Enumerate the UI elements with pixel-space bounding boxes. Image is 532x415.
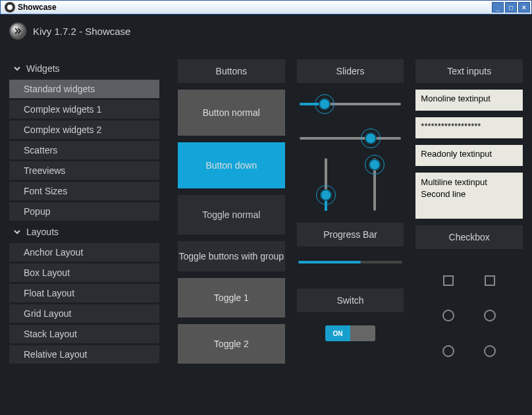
monoline-textinput[interactable]: Monoline textinput [415, 90, 523, 111]
window-title: Showcase [18, 3, 492, 12]
accordion-label: Widgets [26, 63, 60, 74]
radio-1[interactable] [442, 310, 454, 321]
sidebar-item-standard-widgets[interactable]: Standard widgets [9, 80, 159, 98]
accordion-label: Layouts [26, 227, 59, 237]
app-title: Kivy 1.7.2 - Showcase [33, 26, 130, 37]
sidebar-item-popup[interactable]: Popup [9, 202, 159, 221]
progress-bar-header: Progress Bar [297, 223, 404, 246]
app-body: Kivy 1.7.2 - Showcase Widgets Standard w… [0, 14, 532, 415]
sidebar-item-grid-layout[interactable]: Grid Layout [9, 304, 159, 323]
button-down[interactable]: Button down [178, 142, 285, 188]
sidebar: Widgets Standard widgets Complex widgets… [9, 59, 159, 406]
vertical-slider-1[interactable] [325, 158, 327, 211]
checkbox-2[interactable] [485, 275, 495, 286]
maximize-button[interactable]: □ [505, 2, 517, 13]
chevron-down-icon [13, 228, 21, 236]
radio-4[interactable] [484, 345, 496, 357]
sidebar-item-font-sizes[interactable]: Font Sizes [9, 182, 159, 200]
close-button[interactable]: × [518, 2, 530, 13]
vertical-slider-2[interactable] [373, 158, 376, 211]
toggle-1[interactable]: Toggle 1 [178, 278, 285, 318]
sliders-column: Sliders [297, 59, 404, 406]
sidebar-item-box-layout[interactable]: Box Layout [9, 263, 159, 282]
svg-point-0 [7, 5, 13, 10]
switch-header: Switch [297, 289, 404, 312]
checkbox-header: Checkbox [415, 225, 523, 249]
toggle-normal[interactable]: Toggle normal [178, 195, 285, 235]
multiline-textinput[interactable]: Multiline textinput Second line [415, 173, 523, 219]
progress-bar [297, 261, 404, 263]
sidebar-item-treeviews[interactable]: Treeviews [9, 161, 159, 180]
radio-2[interactable] [484, 310, 496, 321]
kivy-logo-icon [9, 22, 26, 40]
sidebar-item-complex-widgets-2[interactable]: Complex widgets 2 [9, 121, 159, 139]
toggle-group-label: Toggle buttons with group [178, 241, 285, 271]
window-titlebar: Showcase _ □ × [0, 0, 532, 14]
toggle-2[interactable]: Toggle 2 [178, 324, 285, 364]
password-textinput[interactable]: ****************** [415, 117, 523, 138]
sidebar-item-float-layout[interactable]: Float Layout [9, 284, 159, 302]
sidebar-item-relative-layout[interactable]: Relative Layout [9, 345, 159, 364]
checkbox-grid [415, 275, 523, 357]
sidebar-item-complex-widgets-1[interactable]: Complex widgets 1 [9, 100, 159, 119]
checkbox-1[interactable] [443, 275, 454, 286]
textinputs-column: Text inputs Monoline textinput *********… [415, 59, 523, 406]
chevron-down-icon [13, 65, 21, 72]
minimize-button[interactable]: _ [492, 2, 504, 13]
switch-thumb [350, 325, 375, 341]
switch-on-label: ON [325, 325, 350, 341]
sliders-header: Sliders [297, 59, 404, 83]
accordion-widgets[interactable]: Widgets [9, 59, 159, 78]
horizontal-slider-1[interactable] [297, 90, 404, 119]
switch[interactable]: ON [325, 325, 375, 341]
buttons-column: Buttons Button normal Button down Toggle… [178, 59, 285, 406]
sidebar-item-anchor-layout[interactable]: Anchor Layout [9, 243, 159, 262]
button-normal[interactable]: Button normal [178, 90, 285, 136]
accordion-layouts[interactable]: Layouts [9, 223, 159, 241]
textinputs-header: Text inputs [415, 59, 523, 83]
app-header: Kivy 1.7.2 - Showcase [0, 14, 532, 47]
window-icon [5, 2, 15, 13]
radio-3[interactable] [442, 345, 454, 357]
buttons-header: Buttons [178, 59, 285, 83]
sidebar-item-scatters[interactable]: Scatters [9, 141, 159, 159]
sidebar-item-stack-layout[interactable]: Stack Layout [9, 325, 159, 343]
readonly-textinput: Readonly textinput [415, 145, 523, 166]
horizontal-slider-2[interactable] [297, 124, 404, 153]
